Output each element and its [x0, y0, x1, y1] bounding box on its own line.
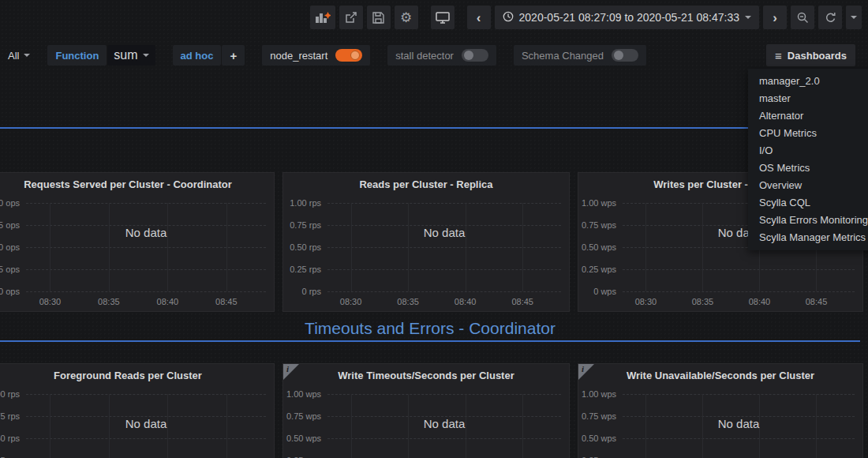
- panel-title[interactable]: Reads per Cluster - Replica: [283, 173, 569, 193]
- row-divider-line: [0, 127, 868, 129]
- x-axis-tick: 08:30: [635, 297, 657, 306]
- schema-changed-toggle[interactable]: [612, 49, 638, 62]
- section-title: Timeouts and Errors - Coordinator: [305, 319, 556, 337]
- grid-line: [26, 291, 266, 292]
- y-axis-tick: 0.75 wps: [582, 220, 616, 230]
- interval-variable-dropdown[interactable]: All: [8, 50, 30, 62]
- dashboards-menu-item[interactable]: Scylla CQL: [748, 194, 868, 212]
- x-axis-tick: 08:40: [749, 297, 771, 306]
- chevron-down-icon: [143, 54, 149, 57]
- grid-line: [327, 291, 561, 292]
- dashboards-button[interactable]: ≡ Dashboards: [766, 44, 855, 66]
- function-value-dropdown[interactable]: sum: [107, 45, 155, 66]
- dashboards-button-label: Dashboards: [788, 50, 847, 62]
- grid-line: [26, 394, 266, 395]
- x-axis-tick: 08:35: [98, 297, 120, 306]
- y-axis-tick: 0.50 wps: [582, 434, 616, 443]
- x-axis-tick: 08:30: [39, 297, 62, 306]
- y-axis-tick: 0.75 wps: [286, 411, 321, 421]
- y-axis-tick: 0.75 wps: [582, 411, 616, 421]
- dashboards-menu-item[interactable]: CPU Metrics: [748, 125, 868, 142]
- annotation-stall-detector: stall detector: [387, 45, 496, 66]
- time-range-picker[interactable]: 2020-05-21 08:27:09 to 2020-05-21 08:47:…: [495, 6, 759, 29]
- function-variable: Function sum: [47, 45, 155, 66]
- x-axis-tick: 08:30: [340, 297, 362, 306]
- info-corner: [578, 364, 594, 380]
- grid-line: [408, 203, 409, 291]
- grid-line: [623, 394, 855, 395]
- chevron-right-icon: ›: [773, 11, 777, 24]
- chart-panel: Reads per Cluster - Replica1.00 rps0.75 …: [282, 172, 570, 312]
- stall-detector-toggle[interactable]: [462, 49, 488, 62]
- dashboards-menu-item[interactable]: Scylla Errors Monitoring: [748, 212, 868, 229]
- bar-chart-add-icon: [315, 11, 331, 24]
- clock-icon: [503, 11, 514, 24]
- adhoc-add-button[interactable]: +: [222, 45, 245, 66]
- y-axis-tick: 0.25 wps: [582, 265, 616, 274]
- node-restart-label: node_restart: [270, 50, 327, 62]
- y-axis-tick: 1.00 rps: [290, 198, 321, 208]
- node-restart-toggle[interactable]: [335, 49, 362, 62]
- dashboards-menu-item[interactable]: master: [748, 90, 868, 107]
- grid-line: [351, 203, 352, 291]
- grid-line: [623, 438, 855, 439]
- y-axis-tick: 0.50 ops: [0, 242, 20, 252]
- stall-detector-label: stall detector: [395, 50, 454, 62]
- grid-line: [466, 203, 466, 291]
- y-axis-tick: 0.75 ops: [0, 220, 20, 230]
- toggle-knob: [464, 51, 473, 60]
- grid-line: [327, 438, 561, 439]
- grid-line: [167, 394, 168, 458]
- dashboards-menu-item[interactable]: Overview: [748, 177, 868, 194]
- grid-line: [351, 394, 352, 458]
- add-panel-button[interactable]: [310, 6, 335, 29]
- panel-title[interactable]: Requests Served per Cluster - Coordinato…: [0, 173, 274, 193]
- info-icon[interactable]: i: [286, 364, 289, 374]
- share-icon: [345, 11, 357, 24]
- dashboards-menu-item[interactable]: manager_2.0: [748, 73, 868, 90]
- section-header: Timeouts and Errors - Coordinator: [0, 319, 860, 342]
- grid-line: [623, 291, 855, 292]
- time-range-back-button[interactable]: ‹: [467, 6, 491, 29]
- share-dashboard-button[interactable]: [339, 6, 363, 29]
- panel-title[interactable]: Write Timeouts/Seconds per Cluster: [283, 364, 569, 385]
- panel-title[interactable]: Foreground Reads per Cluster: [0, 364, 274, 385]
- y-axis-tick: 0.75 rps: [0, 411, 20, 421]
- tv-mode-button[interactable]: [431, 6, 455, 29]
- adhoc-label[interactable]: ad hoc: [173, 45, 222, 66]
- chevron-down-icon: [745, 16, 751, 19]
- dashboards-menu-item[interactable]: I/O: [748, 142, 868, 160]
- zoom-out-icon: [797, 12, 809, 24]
- grid-line: [26, 203, 266, 204]
- x-axis-tick: 08:45: [806, 297, 828, 306]
- dashboards-menu-item[interactable]: Scylla Manager Metrics: [748, 229, 868, 246]
- grid-line: [26, 247, 266, 248]
- annotation-schema-changed: Schema Changed: [514, 45, 646, 66]
- grid-line: [327, 394, 561, 395]
- panel-title[interactable]: Write Unavailable/Seconds per Cluster: [578, 364, 862, 385]
- dashboards-menu-item[interactable]: OS Metrics: [748, 160, 868, 177]
- grid-line: [522, 203, 523, 291]
- dashboards-menu-item[interactable]: Alternator: [748, 107, 868, 125]
- time-range-forward-button[interactable]: ›: [763, 6, 787, 29]
- refresh-icon: [825, 12, 836, 24]
- save-dashboard-button[interactable]: [367, 6, 391, 29]
- y-axis-tick: 0 wps: [593, 287, 616, 296]
- refresh-interval-picker[interactable]: [846, 6, 862, 29]
- monitor-icon: [436, 12, 450, 24]
- refresh-button[interactable]: [818, 6, 842, 29]
- grid-line: [26, 269, 266, 270]
- function-label[interactable]: Function: [47, 45, 107, 66]
- y-axis-tick: 0.25 ops: [0, 265, 20, 274]
- dashboard-settings-button[interactable]: ⚙: [395, 6, 418, 29]
- info-icon[interactable]: i: [582, 364, 584, 374]
- chart-panel: iWrite Unavailable/Seconds per Cluster1.…: [578, 363, 863, 458]
- hamburger-menu-icon: ≡: [775, 50, 782, 62]
- grid-line: [645, 394, 646, 458]
- y-axis-tick: 0.50 rps: [290, 242, 321, 252]
- grid-line: [702, 394, 703, 458]
- time-range-text: 2020-05-21 08:27:09 to 2020-05-21 08:47:…: [519, 11, 739, 24]
- zoom-out-button[interactable]: [791, 6, 814, 29]
- chevron-left-icon: ‹: [477, 11, 481, 24]
- grid-line: [623, 269, 855, 270]
